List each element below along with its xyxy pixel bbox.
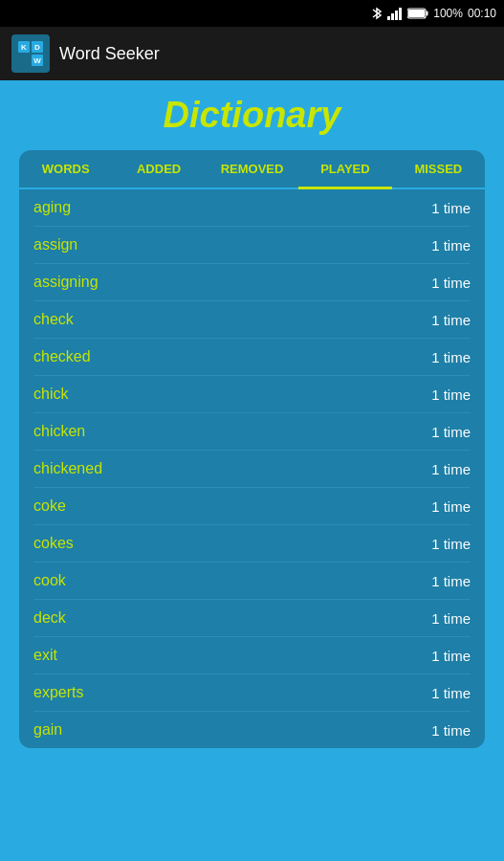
clock: 00:10 <box>468 7 496 20</box>
svg-rect-6 <box>408 10 425 17</box>
word-count: 1 time <box>431 573 471 589</box>
table-row: coke1 time <box>33 488 471 525</box>
page-title: Dictionary <box>19 95 485 136</box>
battery-icon <box>407 8 428 19</box>
word-list: aging1 timeassign1 timeassigning1 timech… <box>19 189 485 748</box>
bluetooth-icon <box>371 6 383 21</box>
word-label: deck <box>33 609 66 627</box>
word-label: gain <box>33 721 62 739</box>
word-label: exit <box>33 647 57 664</box>
word-count: 1 time <box>431 536 471 552</box>
word-count: 1 time <box>431 275 471 291</box>
word-count: 1 time <box>431 200 471 216</box>
word-count: 1 time <box>431 648 471 664</box>
table-row: check1 time <box>33 301 471 339</box>
word-count: 1 time <box>431 237 471 254</box>
battery-percentage: 100% <box>433 7 463 20</box>
svg-rect-2 <box>395 11 398 20</box>
tab-missed[interactable]: MISSED <box>392 150 485 188</box>
word-label: aging <box>33 199 71 216</box>
word-label: cook <box>33 572 66 589</box>
word-label: chickened <box>33 460 102 477</box>
word-count: 1 time <box>431 349 471 365</box>
table-row: cook1 time <box>33 563 471 600</box>
table-row: chicken1 time <box>33 413 471 451</box>
word-label: assigning <box>33 274 99 291</box>
word-count: 1 time <box>431 685 471 701</box>
word-count: 1 time <box>431 498 471 515</box>
word-count: 1 time <box>431 722 471 739</box>
app-icon: K D W <box>11 34 50 73</box>
status-bar: 100% 00:10 <box>0 0 504 27</box>
table-row: aging1 time <box>33 189 471 227</box>
status-icons: 100% 00:10 <box>371 6 496 21</box>
word-count: 1 time <box>431 461 471 477</box>
table-row: chick1 time <box>33 376 471 413</box>
tab-removed[interactable]: REMOVED <box>206 150 298 188</box>
svg-rect-1 <box>391 13 394 20</box>
word-label: coke <box>33 497 66 515</box>
word-count: 1 time <box>431 424 471 440</box>
tab-header: WORDS ADDED REMOVED PLAYED MISSED <box>19 150 485 189</box>
word-label: chicken <box>33 423 85 440</box>
table-row: assign1 time <box>33 227 471 264</box>
word-count: 1 time <box>431 386 471 403</box>
signal-icon <box>387 7 403 20</box>
app-icon-blank <box>18 55 30 66</box>
word-label: chick <box>33 386 68 403</box>
svg-rect-5 <box>427 11 428 16</box>
svg-rect-0 <box>387 16 390 20</box>
table-row: exit1 time <box>33 637 471 674</box>
table-row: cokes1 time <box>33 525 471 563</box>
tab-played[interactable]: PLAYED <box>298 150 391 188</box>
tab-words[interactable]: WORDS <box>19 150 112 188</box>
word-count: 1 time <box>431 312 471 328</box>
svg-rect-3 <box>399 8 402 20</box>
word-label: checked <box>33 348 91 365</box>
table-row: gain1 time <box>33 712 471 748</box>
tab-added[interactable]: ADDED <box>112 150 205 188</box>
table-row: deck1 time <box>33 600 471 637</box>
app-icon-d: D <box>32 41 43 53</box>
app-bar: K D W Word Seeker <box>0 27 504 80</box>
table-row: assigning1 time <box>33 264 471 301</box>
word-count: 1 time <box>431 610 471 627</box>
word-label: assign <box>33 236 77 254</box>
table-row: checked1 time <box>33 339 471 376</box>
table-row: chickened1 time <box>33 451 471 488</box>
word-label: experts <box>33 684 83 701</box>
dictionary-card: WORDS ADDED REMOVED PLAYED MISSED aging1… <box>19 150 485 748</box>
main-content: Dictionary WORDS ADDED REMOVED PLAYED MI… <box>0 80 504 861</box>
app-title: Word Seeker <box>59 44 160 64</box>
app-icon-k: K <box>18 41 30 53</box>
word-label: check <box>33 311 74 328</box>
app-icon-w: W <box>32 55 43 66</box>
word-label: cokes <box>33 535 74 552</box>
table-row: experts1 time <box>33 674 471 712</box>
